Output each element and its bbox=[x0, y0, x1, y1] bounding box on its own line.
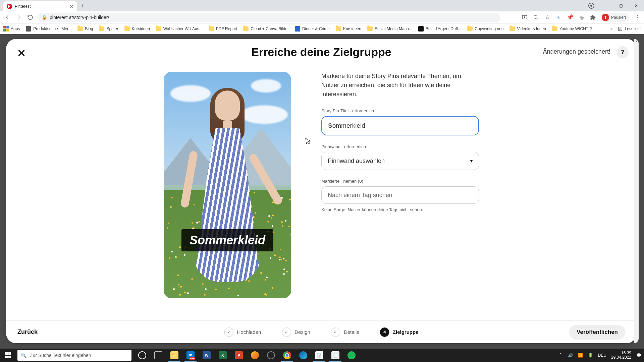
bookmark-item[interactable]: Videokurs Ideen bbox=[509, 26, 546, 31]
saved-indicator: Änderungen gespeichert! bbox=[543, 48, 610, 55]
apps-label: Apps bbox=[11, 26, 20, 31]
bookmarks-chevron-icon[interactable]: » bbox=[610, 26, 613, 31]
clock-date: 29.04.2021 bbox=[611, 355, 631, 360]
board-select[interactable]: Pinnwand auswählen ▾ bbox=[321, 152, 479, 170]
notepad-icon[interactable]: 📝 bbox=[311, 349, 327, 362]
close-window-button[interactable]: ✕ bbox=[629, 0, 644, 11]
bookmark-item[interactable]: Wahlfächer WU Aus... bbox=[156, 26, 203, 31]
browser-tab[interactable]: P Pinterest ✕ bbox=[3, 1, 77, 11]
bookmark-item[interactable]: Cload + Canva Bilder bbox=[243, 26, 289, 31]
cortana-icon[interactable] bbox=[134, 349, 150, 362]
folder-icon bbox=[124, 26, 130, 31]
modal-footer: Zurück ✓ Hochladen ✓ Design ✓ Details 4 … bbox=[6, 320, 637, 343]
extension-pin-icon[interactable]: 📌 bbox=[567, 14, 574, 21]
taskbar-clock[interactable]: 16:39 29.04.2021 bbox=[611, 351, 631, 360]
kebab-menu-icon[interactable]: ⋮ bbox=[634, 14, 641, 21]
helper-text: Markiere für deine Story Pins relevante … bbox=[321, 72, 479, 99]
publish-button[interactable]: Veröffentlichen bbox=[569, 325, 625, 340]
back-button-footer[interactable]: Zurück bbox=[17, 328, 38, 336]
task-view-icon[interactable] bbox=[150, 349, 166, 362]
folder-icon bbox=[367, 26, 373, 31]
windows-taskbar: 🔍 Zur Suche Text hier eingeben 📁 ✉99+ W … bbox=[0, 349, 644, 362]
bookmark-item[interactable]: Später bbox=[99, 26, 118, 31]
step-upload[interactable]: ✓ Hochladen bbox=[224, 327, 261, 337]
bookmark-label: Videokurs Ideen bbox=[517, 26, 546, 31]
bookmark-item[interactable]: Copywriting neu bbox=[467, 26, 503, 31]
apps-button[interactable]: Apps bbox=[3, 26, 20, 32]
edge-icon[interactable] bbox=[295, 349, 311, 362]
bookmark-label: Copywriting neu bbox=[475, 26, 503, 31]
step-label: Hochladen bbox=[237, 329, 261, 335]
bookmark-item[interactable]: Social Media Mana... bbox=[367, 26, 412, 31]
step-design[interactable]: ✓ Design bbox=[282, 327, 310, 337]
extension-grey-icon[interactable]: ◉ bbox=[578, 14, 585, 21]
bookmark-label: Produktsuche - Mer... bbox=[33, 26, 71, 31]
install-app-icon[interactable] bbox=[521, 14, 528, 21]
reader-icon[interactable]: ⟐ bbox=[555, 14, 562, 21]
bookmark-item[interactable]: Blog bbox=[77, 26, 93, 31]
maximize-button[interactable]: ▢ bbox=[613, 0, 629, 11]
tags-input[interactable] bbox=[328, 192, 473, 199]
tray-chevron-up-icon[interactable]: ˄ bbox=[558, 353, 563, 358]
chrome-icon[interactable] bbox=[279, 349, 295, 362]
step-connector bbox=[363, 332, 376, 332]
wifi-icon[interactable]: 📶 bbox=[578, 353, 583, 358]
folder-icon bbox=[336, 26, 341, 31]
obs-icon[interactable] bbox=[263, 349, 279, 362]
app-brown-icon[interactable] bbox=[247, 349, 263, 362]
bookmark-item[interactable]: Youtube WICHTIG bbox=[552, 26, 593, 31]
taskbar-search[interactable]: 🔍 Zur Suche Text hier eingeben bbox=[17, 350, 131, 361]
bookmark-label: Cload + Canva Bilder bbox=[251, 26, 289, 31]
bookmark-item[interactable]: PDF Report bbox=[209, 26, 237, 31]
bookmark-label: Dinner & Crime bbox=[302, 26, 330, 31]
file-explorer-icon[interactable]: 📁 bbox=[166, 349, 182, 362]
mail-app-icon[interactable]: ✉99+ bbox=[182, 349, 199, 362]
powerpoint-icon[interactable]: P bbox=[231, 349, 247, 362]
reading-list-button[interactable]: Leseliste bbox=[618, 26, 641, 32]
tab-title: Pinterest bbox=[15, 4, 66, 9]
apps-grid-icon bbox=[3, 26, 9, 32]
tags-field-label: Markierte Themen (0) bbox=[321, 179, 479, 184]
notifications-icon[interactable]: 💬 bbox=[636, 353, 641, 358]
battery-icon[interactable]: 🔋 bbox=[588, 353, 593, 358]
title-input[interactable] bbox=[321, 116, 479, 135]
minimize-button[interactable]: ─ bbox=[598, 0, 613, 11]
step-label: Zielgruppe bbox=[393, 329, 419, 335]
scroll-up-icon[interactable]: ▲ bbox=[634, 39, 639, 44]
word-icon[interactable]: W bbox=[199, 349, 215, 362]
bookmark-item[interactable]: Bois d'Argent Duft... bbox=[418, 26, 461, 32]
bookmark-item[interactable]: Dinner & Crime bbox=[295, 26, 330, 32]
bookmark-star-icon[interactable]: ☆ bbox=[544, 14, 551, 21]
bookmark-item[interactable]: Produktsuche - Mer... bbox=[26, 26, 71, 32]
tags-input-wrapper[interactable] bbox=[321, 186, 479, 204]
help-button[interactable]: ? bbox=[616, 46, 629, 58]
modal-header: Erreiche deine Zielgruppe Änderungen ges… bbox=[6, 39, 637, 65]
excel-icon[interactable]: X bbox=[215, 349, 231, 362]
extensions-puzzle-icon[interactable] bbox=[590, 14, 596, 21]
modal-scrollbar[interactable]: ▲ bbox=[634, 39, 639, 343]
profile-menu[interactable]: T Pausiert bbox=[601, 13, 629, 22]
start-button[interactable] bbox=[0, 349, 16, 362]
url-box[interactable]: 🔒 pinterest.at/story-pin-builder/ bbox=[38, 13, 500, 22]
bookmark-label: Bois d'Argent Duft... bbox=[426, 26, 461, 31]
step-details[interactable]: ✓ Details bbox=[331, 327, 359, 337]
account-indicator-icon[interactable] bbox=[588, 3, 594, 9]
bookmark-item[interactable]: Kursideen bbox=[336, 26, 361, 31]
step-number-active: 4 bbox=[380, 327, 389, 337]
reload-button[interactable] bbox=[26, 13, 34, 21]
form-column: Markiere für deine Story Pins relevante … bbox=[321, 72, 479, 320]
spotify-icon[interactable] bbox=[343, 349, 360, 362]
notes-icon[interactable]: 📄 bbox=[327, 349, 343, 362]
language-indicator[interactable]: DEU bbox=[598, 353, 606, 358]
close-modal-button[interactable] bbox=[15, 47, 28, 59]
bookmark-item[interactable]: Kursideen bbox=[124, 26, 150, 31]
zoom-icon[interactable] bbox=[533, 14, 539, 21]
step-audience[interactable]: 4 Zielgruppe bbox=[380, 327, 419, 337]
close-tab-icon[interactable]: ✕ bbox=[69, 4, 74, 9]
browser-tab-strip: P Pinterest ✕ + ─ ▢ ✕ bbox=[0, 0, 644, 11]
volume-icon[interactable]: 🔊 bbox=[568, 353, 573, 358]
new-tab-button[interactable]: + bbox=[80, 3, 84, 10]
forward-button[interactable] bbox=[15, 13, 23, 21]
folder-icon bbox=[467, 26, 473, 31]
back-button[interactable] bbox=[3, 13, 11, 21]
